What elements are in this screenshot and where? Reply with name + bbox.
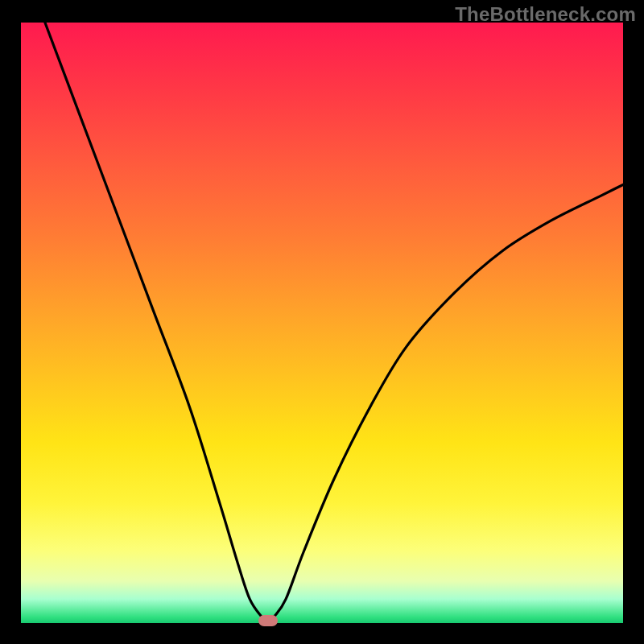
chart-frame: TheBottleneck.com bbox=[0, 0, 644, 644]
minimum-marker bbox=[258, 615, 278, 626]
watermark-text: TheBottleneck.com bbox=[455, 3, 636, 26]
plot-area bbox=[21, 23, 623, 623]
bottleneck-curve bbox=[21, 23, 623, 623]
